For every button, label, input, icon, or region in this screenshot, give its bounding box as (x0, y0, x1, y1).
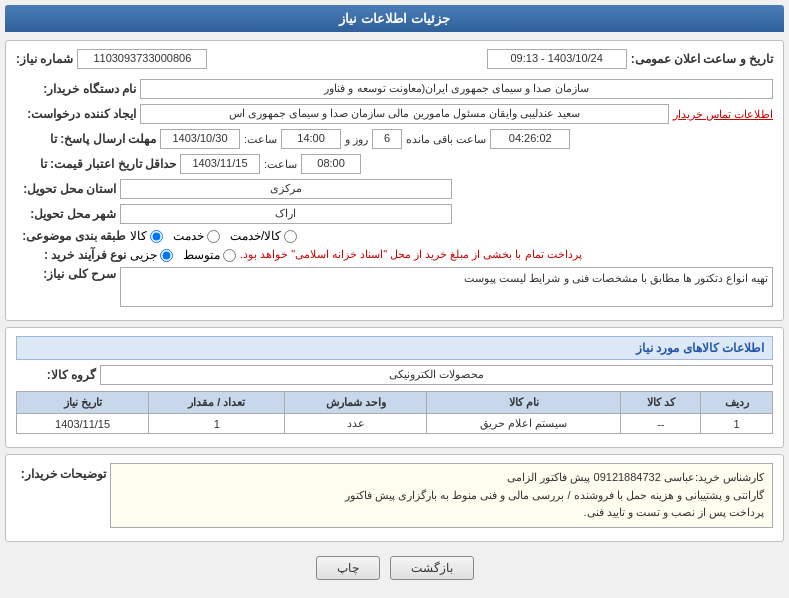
category-option-2[interactable]: خدمت (173, 229, 220, 243)
creator-value: سعید عندلیبی وایقان مسئول مامورین مالی س… (140, 104, 669, 124)
reply-day: 6 (372, 129, 402, 149)
reply-day-label: روز و (345, 133, 368, 146)
purchase-note: پرداخت تمام با بخشی از مبلغ خرید از محل … (240, 248, 773, 261)
page-title: جزئیات اطلاعات نیاز (339, 11, 449, 26)
buyer-notes-box: کارشناس خرید:عباسی 09121884732 پیش فاکتو… (110, 463, 773, 528)
col-date: تاریخ نیاز (17, 392, 149, 414)
col-unit: واحد شمارش (285, 392, 427, 414)
reply-date: 1403/10/30 (160, 129, 240, 149)
purchase-radio-1[interactable] (160, 249, 173, 262)
city-value: اراک (120, 204, 452, 224)
need-number-value: 1103093733000806 (77, 49, 207, 69)
price-date: 1403/11/15 (180, 154, 260, 174)
goods-group-label: گروه کالا: (16, 368, 96, 382)
description-label: سرح کلی نیاز: (16, 267, 116, 281)
reply-deadline-label: مهلت ارسال پاسخ: تا (16, 132, 156, 146)
creator-label: ایجاد کننده درخواست: (16, 107, 136, 121)
reply-time: 14:00 (281, 129, 341, 149)
purchase-option-2[interactable]: متوسط (183, 248, 236, 262)
buyer-notes-label: توضیحات خریدار: (16, 463, 106, 481)
date-value: 1403/10/24 - 09:13 (487, 49, 627, 69)
cell-date: 1403/11/15 (17, 414, 149, 434)
goods-group-value: محصولات الکترونیکی (100, 365, 773, 385)
price-deadline-label: حداقل تاریخ اعتبار قیمت: تا (16, 157, 176, 171)
col-qty: تعداد / مقدار (149, 392, 285, 414)
reply-remaining-label: ساعت باقی مانده (406, 133, 486, 146)
purchase-radio-2[interactable] (223, 249, 236, 262)
purchase-option-1[interactable]: جزیی (130, 248, 173, 262)
category-label: طبقه بندی موضوعی: (16, 229, 126, 243)
purchase-radio-group: متوسط جزیی (130, 248, 236, 262)
city-label: شهر محل تحویل: (16, 207, 116, 221)
cell-code: -- (621, 414, 701, 434)
goods-table: ردیف کد کالا نام کالا واحد شمارش تعداد /… (16, 391, 773, 434)
table-row: 1--سیستم اعلام حریقعدد11403/11/15 (17, 414, 773, 434)
category-radio-2[interactable] (207, 230, 220, 243)
bottom-buttons: بازگشت چاپ (5, 548, 784, 584)
cell-name: سیستم اعلام حریق (427, 414, 621, 434)
province-label: استان محل تحویل: (16, 182, 116, 196)
col-code: کد کالا (621, 392, 701, 414)
reply-time-label: ساعت: (244, 133, 277, 146)
purchase-type-label: نوع فرآیند خرید : (16, 248, 126, 262)
cell-row: 1 (701, 414, 773, 434)
category-radio-1[interactable] (150, 230, 163, 243)
price-time: 08:00 (301, 154, 361, 174)
buyer-org-value: سازمان صدا و سیمای جمهوری ایران(معاونت ت… (140, 79, 773, 99)
category-radio-group: کالا/خدمت خدمت کالا (130, 229, 297, 243)
print-button[interactable]: چاپ (316, 556, 380, 580)
need-number-label: شماره نیاز: (16, 52, 73, 66)
goods-section-title: اطلاعات کالاهای مورد نیاز (16, 336, 773, 360)
category-option-3[interactable]: کالا/خدمت (230, 229, 297, 243)
back-button[interactable]: بازگشت (390, 556, 474, 580)
reply-remaining: 04:26:02 (490, 129, 570, 149)
description-value: تهیه انواع دتکتور ها مطابق با مشخصات فنی… (120, 267, 773, 307)
creator-link[interactable]: اطلاعات تماس خریدار (673, 108, 773, 121)
category-radio-3[interactable] (284, 230, 297, 243)
buyer-org-label: نام دستگاه خریدار: (16, 82, 136, 96)
col-name: نام کالا (427, 392, 621, 414)
cell-quantity: 1 (149, 414, 285, 434)
cell-unit: عدد (285, 414, 427, 434)
category-option-1[interactable]: کالا (130, 229, 163, 243)
col-row: ردیف (701, 392, 773, 414)
province-value: مرکزی (120, 179, 452, 199)
page-header: جزئیات اطلاعات نیاز (5, 5, 784, 32)
price-time-label: ساعت: (264, 158, 297, 171)
date-label: تاریخ و ساعت اعلان عمومی: (631, 52, 773, 66)
